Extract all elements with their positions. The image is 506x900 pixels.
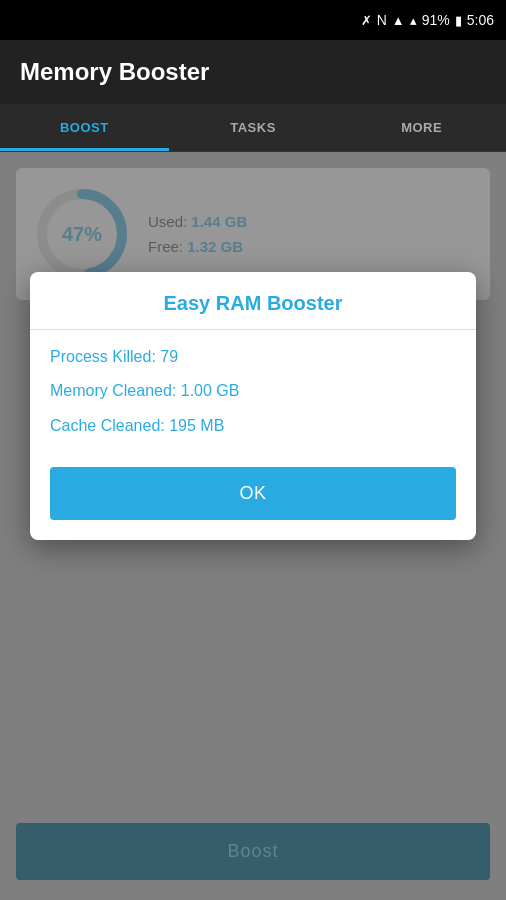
signal-icon: ▴ (410, 13, 417, 28)
status-icons: ✗ N ▲ ▴ 91% ▮ 5:06 (361, 12, 494, 28)
nfc-icon: N (377, 12, 387, 28)
tab-more[interactable]: MORE (337, 104, 506, 151)
tab-tasks[interactable]: TASKS (169, 104, 338, 151)
battery-level: 91% (422, 12, 450, 28)
process-killed-stat: Process Killed: 79 (50, 346, 456, 368)
dialog-divider (30, 329, 476, 330)
wifi-icon: ▲ (392, 13, 405, 28)
cache-cleaned-stat: Cache Cleaned: 195 MB (50, 415, 456, 437)
status-time: 5:06 (467, 12, 494, 28)
main-content: 47% Used: 1.44 GB Free: 1.32 GB Easy RAM… (0, 152, 506, 900)
app-title: Memory Booster (20, 58, 209, 86)
ok-button[interactable]: OK (50, 467, 456, 520)
dialog-title: Easy RAM Booster (30, 272, 476, 329)
dialog-body: Process Killed: 79 Memory Cleaned: 1.00 … (30, 346, 476, 457)
memory-cleaned-stat: Memory Cleaned: 1.00 GB (50, 380, 456, 402)
status-bar: ✗ N ▲ ▴ 91% ▮ 5:06 (0, 0, 506, 40)
battery-icon: ▮ (455, 13, 462, 28)
tab-boost[interactable]: BOOST (0, 104, 169, 151)
app-header: Memory Booster (0, 40, 506, 104)
ram-booster-dialog: Easy RAM Booster Process Killed: 79 Memo… (30, 272, 476, 540)
bluetooth-icon: ✗ (361, 13, 372, 28)
tab-bar: BOOST TASKS MORE (0, 104, 506, 152)
